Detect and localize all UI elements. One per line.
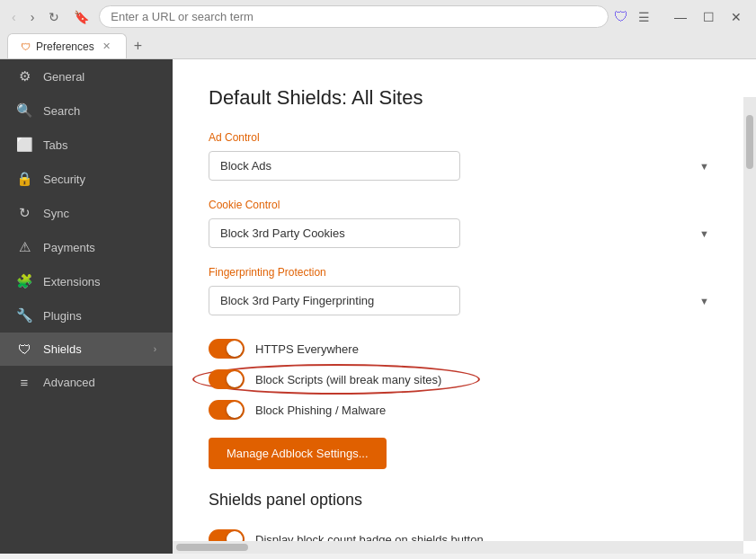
fingerprinting-wrapper: Block 3rd Party Fingerprinting Block All… <box>209 286 720 315</box>
sync-icon: ↻ <box>16 205 32 221</box>
phishing-toggle-row: Block Phishing / Malware <box>209 395 720 425</box>
sidebar-item-extensions[interactable]: 🧩 Extensions <box>0 264 173 298</box>
gear-icon: ⚙ <box>16 68 32 84</box>
sidebar-item-advanced[interactable]: ≡ Advanced <box>0 366 173 399</box>
fingerprinting-arrow: ▼ <box>699 296 709 306</box>
new-tab-button[interactable]: + <box>127 34 149 58</box>
tab-icon: 🛡 <box>21 41 31 52</box>
close-button[interactable]: ✕ <box>724 7 749 27</box>
ad-control-arrow: ▼ <box>699 161 709 172</box>
payments-icon: ⚠ <box>16 239 32 255</box>
https-toggle-row: HTTPS Everywhere <box>209 333 720 364</box>
menu-button[interactable]: ☰ <box>634 7 654 27</box>
scrollbar-right[interactable] <box>743 97 756 541</box>
plugins-icon: 🔧 <box>16 307 32 324</box>
sidebar-item-plugins[interactable]: 🔧 Plugins <box>0 298 173 333</box>
sidebar-item-payments[interactable]: ⚠ Payments <box>0 230 173 264</box>
extensions-label: Extensions <box>43 275 156 288</box>
search-icon: 🔍 <box>16 102 32 119</box>
ad-control-select[interactable]: Block Ads Allow Ads and Tracking Block A… <box>209 151 460 181</box>
sync-label: Sync <box>43 207 156 220</box>
plugins-label: Plugins <box>43 309 156 323</box>
page-title: Default Shields: All Sites <box>209 86 720 110</box>
security-label: Security <box>43 173 156 186</box>
app-layout: ⚙ General 🔍 Search ⬜ Tabs 🔒 Security ↻ S… <box>0 59 756 554</box>
scripts-toggle[interactable] <box>209 369 245 389</box>
shields-arrow: › <box>154 344 156 354</box>
tab-bar: 🛡 Preferences ✕ + <box>0 33 756 58</box>
sidebar-item-sync[interactable]: ↻ Sync <box>0 196 173 230</box>
advanced-icon: ≡ <box>16 375 32 390</box>
ad-control-wrapper: Block Ads Allow Ads and Tracking Block A… <box>209 151 720 181</box>
fingerprinting-label: Fingerprinting Protection <box>209 266 720 279</box>
sidebar: ⚙ General 🔍 Search ⬜ Tabs 🔒 Security ↻ S… <box>0 59 173 554</box>
phishing-label: Block Phishing / Malware <box>255 404 386 417</box>
forward-button[interactable]: › <box>26 7 40 27</box>
maximize-button[interactable]: ☐ <box>696 7 722 27</box>
scripts-toggle-row: Block Scripts (will break many sites) <box>209 364 720 395</box>
browser-chrome: ‹ › ↻ 🔖 🛡 ☰ — ☐ ✕ 🛡 Preferences ✕ + <box>0 0 756 59</box>
address-bar <box>99 5 609 28</box>
advanced-label: Advanced <box>43 376 156 389</box>
sidebar-item-security[interactable]: 🔒 Security <box>0 162 173 196</box>
tabs-icon: ⬜ <box>16 137 32 153</box>
panel-section-title: Shields panel options <box>209 491 720 510</box>
address-input[interactable] <box>111 10 597 23</box>
sidebar-item-general[interactable]: ⚙ General <box>0 59 173 93</box>
brave-shield-icon: 🛡 <box>614 9 628 25</box>
shields-label: Shields <box>43 342 143 356</box>
back-button[interactable]: ‹ <box>7 7 21 27</box>
main-content: Default Shields: All Sites Ad Control Bl… <box>173 59 756 554</box>
window-controls: — ☐ ✕ <box>667 7 749 27</box>
https-toggle[interactable] <box>209 339 245 359</box>
scrollbar-bottom[interactable] <box>173 541 743 554</box>
sidebar-item-search[interactable]: 🔍 Search <box>0 93 173 128</box>
cookie-control-label: Cookie Control <box>209 199 720 211</box>
minimize-button[interactable]: — <box>667 7 694 27</box>
scripts-label: Block Scripts (will break many sites) <box>255 373 441 386</box>
scroll-thumb-bottom <box>176 544 248 551</box>
shields-icon: 🛡 <box>16 342 32 357</box>
cookie-control-wrapper: Block 3rd Party Cookies Block All Cookie… <box>209 218 720 248</box>
fingerprinting-select[interactable]: Block 3rd Party Fingerprinting Block All… <box>209 286 460 315</box>
lock-icon: 🔒 <box>16 171 32 187</box>
search-label: Search <box>43 104 156 118</box>
tab-close-button[interactable]: ✕ <box>100 40 113 53</box>
bookmark-button[interactable]: 🔖 <box>69 7 93 27</box>
sidebar-item-shields[interactable]: 🛡 Shields › <box>0 333 173 366</box>
scroll-thumb <box>746 115 753 169</box>
payments-label: Payments <box>43 241 156 254</box>
refresh-button[interactable]: ↻ <box>44 7 64 27</box>
cookie-control-select[interactable]: Block 3rd Party Cookies Block All Cookie… <box>209 218 460 248</box>
extensions-icon: 🧩 <box>16 273 32 289</box>
https-label: HTTPS Everywhere <box>255 342 359 356</box>
tab-label: Preferences <box>36 40 94 53</box>
ad-control-label: Ad Control <box>209 131 720 144</box>
cookie-control-arrow: ▼ <box>699 228 709 239</box>
preferences-tab[interactable]: 🛡 Preferences ✕ <box>7 33 127 58</box>
sidebar-item-tabs[interactable]: ⬜ Tabs <box>0 128 173 162</box>
phishing-toggle[interactable] <box>209 400 245 420</box>
manage-adblock-button[interactable]: Manage Adblock Settings... <box>209 438 387 469</box>
general-label: General <box>43 70 156 84</box>
tabs-label: Tabs <box>43 138 156 152</box>
